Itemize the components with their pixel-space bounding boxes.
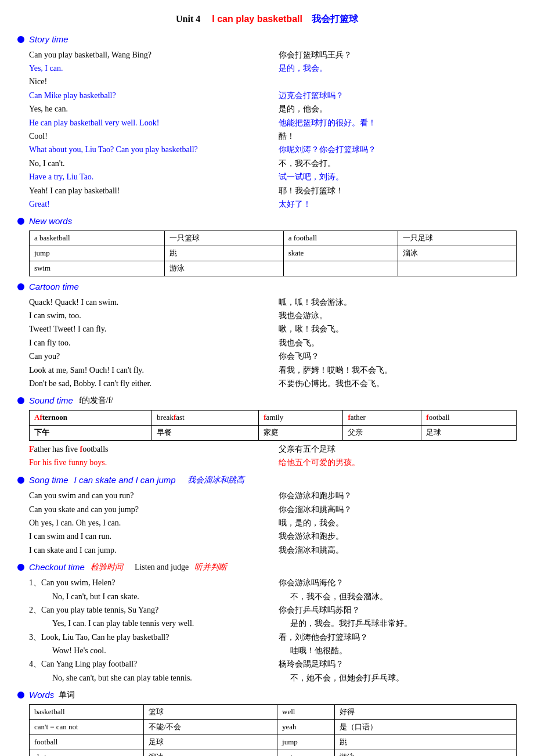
nw-r2c4: 溜冰 [398,246,516,261]
song-en-1: Can you swim and can you run? [29,489,267,502]
unit-english-title: I can play basketball [212,14,302,24]
bullet-words [17,692,24,699]
sound-sent-1-zh: 父亲有五个足球 [267,443,517,456]
st-en-5: football [421,411,517,426]
nw-r3c3 [283,261,398,276]
checkout-subtitle2: Listen and judge [135,561,189,574]
story-time-content: Can you play basketball, Wang Bing? 你会打篮… [29,49,517,211]
story-zh-1: 你会打篮球吗王兵？ [267,49,517,62]
table-row: football 足球 jump 跳 [30,735,517,750]
cartoon-en-6: Look at me, Sam! Ouch! I can't fly. [29,364,267,377]
nw-r2c1: jump [30,246,165,261]
cartoon-zh-2: 我也会游泳。 [267,309,517,322]
sound-time-header: Sound time f的发音/f/ [17,394,517,408]
checkout-a4-zh: 不，她不会，但她会打乒乓球。 [279,672,517,685]
song-zh-4: 我会游泳和跑步。 [267,530,517,543]
checkout-q1-zh: 你会游泳吗海伦？ [267,577,517,589]
cartoon-en-1: Quack! Quack! I can swim. [29,296,267,309]
story-line-5: Yes, he can. 是的，他会。 [29,103,517,116]
story-en-12: Great! [29,198,267,211]
checkout-a3-zh: 哇哦！他很酷。 [279,645,517,657]
st-zh-4: 父亲 [343,426,421,441]
story-en-7: Cool! [29,130,267,143]
cartoon-en-4: I can fly too. [29,337,267,350]
cartoon-en-2: I can swim, too. [29,309,267,322]
story-en-2: Yes, I can. [29,62,267,75]
w-r4c3: swim [277,750,335,756]
story-zh-10: 试一试吧，刘涛。 [267,171,517,183]
song-line-1: Can you swim and can you run? 你会游泳和跑步吗？ [29,489,517,502]
sound-sent-2-zh: 给他五个可爱的男孩。 [267,456,517,469]
song-line-4: I can swim and I can run. 我会游泳和跑步。 [29,530,517,543]
story-en-3: Nice! [29,75,267,88]
cartoon-en-7: Don't be sad, Bobby. I can't fly either. [29,377,267,390]
st-en-3: family [259,411,343,426]
checkout-a1-en: No, I can't, but I can skate. [52,591,279,603]
story-line-1: Can you play basketball, Wang Bing? 你会打篮… [29,49,517,62]
cartoon-zh-3: 啾，啾！我会飞。 [267,323,517,336]
table-row: 下午 早餐 家庭 父亲 足球 [30,426,517,441]
words-label: Words [29,688,54,702]
page-title: Unit 4 I can play basketball 我会打篮球 [17,12,517,27]
song-en-4: I can swim and I can run. [29,530,267,543]
nw-r1c3: a football [283,231,398,246]
words-table: basketball 篮球 well 好得 can't = can not 不能… [29,704,517,756]
checkout-q3: 3、Look, Liu Tao, Can he play basketball?… [29,631,517,644]
st-zh-2: 早餐 [152,426,259,441]
st-zh-1: 下午 [30,426,152,441]
song-time-content: Can you swim and can you run? 你会游泳和跑步吗？ … [29,489,517,557]
cartoon-en-3: Tweet! Tweet! I can fly. [29,323,267,336]
checkout-subtitle1: 检验时间 [91,561,123,574]
checkout-q1-en: 1、Can you swim, Helen? [29,577,267,589]
story-zh-6: 他能把篮球打的很好。看！ [267,117,517,129]
cartoon-line-1: Quack! Quack! I can swim. 呱，呱！我会游泳。 [29,296,517,309]
cartoon-zh-4: 我也会飞。 [267,337,517,350]
w-r2c2: 不能/不会 [144,720,277,735]
w-r4c4: 游泳 [335,750,517,756]
bullet-song [17,477,24,484]
song-time-header: Song time I can skate and I can jump 我会溜… [17,473,517,487]
story-time-label: Story time [29,33,68,46]
cartoon-line-7: Don't be sad, Bobby. I can't fly either.… [29,377,517,390]
song-line-3: Oh yes, I can. Oh yes, I can. 哦，是的，我会。 [29,517,517,530]
cartoon-time-label: Cartoon time [29,280,79,294]
w-r1c4: 好得 [335,705,517,720]
cartoon-zh-5: 你会飞吗？ [267,350,517,363]
song-en-5: I can skate and I can jump. [29,544,267,557]
song-subtitle-en-text: I can skate and I can jump [74,475,176,485]
w-r4c2: 溜冰 [144,750,277,756]
story-en-5: Yes, he can. [29,103,267,116]
story-en-9: No, I can't. [29,157,267,170]
table-row: a basketball 一只篮球 a football 一只足球 [30,231,517,246]
story-line-12: Great! 太好了！ [29,198,517,211]
nw-r3c1: swim [30,261,165,276]
table-row: swim 游泳 [30,261,517,276]
song-subtitle-zh: 我会溜冰和跳高 [182,473,244,487]
w-r3c2: 足球 [144,735,277,750]
song-zh-1: 你会游泳和跑步吗？ [267,489,517,502]
cartoon-en-5: Can you? [29,350,267,363]
st-en-1: Afternoon [30,411,152,426]
checkout-a3-en: Wow! He's cool. [52,645,279,657]
table-row: jump 跳 skate 溜冰 [30,246,517,261]
checkout-content: 1、Can you swim, Helen? 你会游泳吗海伦？ No, I ca… [29,577,517,685]
checkout-a1: No, I can't, but I can skate. 不，我不会，但我会溜… [29,591,517,603]
st-zh-5: 足球 [421,426,517,441]
checkout-a2-zh: 是的，我会。我打乒乓球非常好。 [279,617,517,630]
w-r3c1: football [30,735,144,750]
bullet-cartoon [17,283,24,290]
story-line-8: What about you, Liu Tao? Can you play ba… [29,143,517,156]
checkout-a3: Wow! He's cool. 哇哦！他很酷。 [29,645,517,657]
story-zh-5: 是的，他会。 [267,103,517,116]
story-line-6: He can play basketball very well. Look! … [29,117,517,129]
unit-chinese-title: 我会打篮球 [312,14,358,24]
checkout-q4-zh: 杨玲会踢足球吗？ [267,658,517,671]
sound-sent-1-en: Father has five footballs [29,443,267,456]
song-zh-2: 你会溜冰和跳高吗？ [267,503,517,516]
checkout-subtitle3: 听并判断 [194,561,227,574]
story-zh-7: 酷！ [267,130,517,143]
words-header: Words 单词 [17,688,517,702]
checkout-q1: 1、Can you swim, Helen? 你会游泳吗海伦？ [29,577,517,589]
w-r2c1: can't = can not [30,720,144,735]
story-line-3: Nice! [29,75,517,88]
